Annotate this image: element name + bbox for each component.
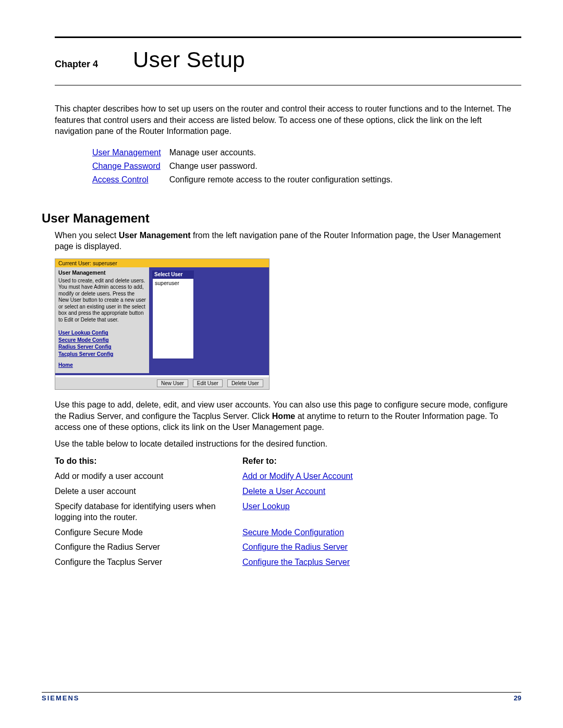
ref-link-radius[interactable]: Configure the Radius Server <box>242 542 348 551</box>
edit-user-button[interactable]: Edit User <box>193 379 223 387</box>
link-user-management[interactable]: User Management <box>92 148 161 157</box>
table-row: Configure the Radius Server Configure th… <box>55 540 521 555</box>
ui-right-panel: Select User superuser <box>149 267 269 373</box>
ref-link-delete[interactable]: Delete a User Account <box>242 487 325 496</box>
ref-link-add-modify[interactable]: Add or Modify A User Account <box>242 472 353 480</box>
delete-user-button[interactable]: Delete User <box>227 379 263 387</box>
ref-link-tacplus[interactable]: Configure the Tacplus Server <box>242 558 350 566</box>
table-row: Change Password Change user password. <box>92 160 400 172</box>
todo-cell: Configure the Tacplus Server <box>55 555 242 570</box>
panel-help-text: Used to create, edit and delete users. Y… <box>58 278 146 324</box>
after-ui-paragraph-1: Use this page to add, delete, edit, and … <box>55 399 521 433</box>
bold-term: User Management <box>119 231 191 240</box>
table-row: Configure the Tacplus Server Configure t… <box>55 555 521 570</box>
todo-cell: Delete a user account <box>55 484 242 499</box>
bold-term: Home <box>272 412 295 421</box>
list-item[interactable]: superuser <box>155 280 191 286</box>
table-row: Add or modify a user account Add or Modi… <box>55 469 521 484</box>
current-user-bar: Current User: superuser <box>55 259 269 267</box>
table-row: Delete a user account Delete a User Acco… <box>55 484 521 499</box>
link-secure-mode-config[interactable]: Secure Mode Config <box>58 337 146 344</box>
todo-cell: Specify database for identifying users w… <box>55 499 242 525</box>
new-user-button[interactable]: New User <box>157 379 188 387</box>
intro-paragraph: This chapter describes how to set up use… <box>55 103 521 137</box>
chapter-rule <box>55 85 521 85</box>
page-footer: SIEMENS 29 <box>42 692 521 702</box>
todo-cell: Add or modify a user account <box>55 469 242 484</box>
link-home[interactable]: Home <box>58 362 146 369</box>
link-access-control[interactable]: Access Control <box>92 175 149 184</box>
todo-cell: Configure the Radius Server <box>55 540 242 555</box>
ui-left-panel: User Management Used to create, edit and… <box>55 267 149 373</box>
chapter-title: User Setup <box>133 47 245 72</box>
feature-link-table: User Management Manage user accounts. Ch… <box>91 145 401 187</box>
ui-main: User Management Used to create, edit and… <box>55 267 269 375</box>
after-ui-paragraph-2: Use the table below to locate detailed i… <box>55 438 521 450</box>
text: When you select <box>55 231 119 240</box>
ref-link-secure-mode[interactable]: Secure Mode Configuration <box>242 528 344 537</box>
feature-desc: Change user password. <box>169 160 400 172</box>
document-page: Chapter 4 User Setup This chapter descri… <box>0 0 563 728</box>
select-user-header: Select User <box>152 270 194 278</box>
footer-brand: SIEMENS <box>42 694 80 702</box>
feature-desc: Manage user accounts. <box>169 146 400 159</box>
table-row: Specify database for identifying users w… <box>55 499 521 525</box>
table-row: User Management Manage user accounts. <box>92 146 400 159</box>
link-radius-server-config[interactable]: Radius Server Config <box>58 343 146 351</box>
table-row: Configure Secure Mode Secure Mode Config… <box>55 525 521 540</box>
footer-page-number: 29 <box>514 694 521 702</box>
select-user-listbox[interactable]: superuser <box>152 278 194 359</box>
table-header-row: To do this: Refer to: <box>55 454 521 469</box>
ref-link-user-lookup[interactable]: User Lookup <box>242 502 290 511</box>
ui-button-row: New User Edit User Delete User <box>55 377 269 389</box>
link-change-password[interactable]: Change Password <box>92 162 161 170</box>
link-user-lookup-config[interactable]: User Lookup Config <box>58 329 146 337</box>
panel-title: User Management <box>58 269 146 276</box>
col-refer: Refer to: <box>242 454 521 469</box>
todo-cell: Configure Secure Mode <box>55 525 242 540</box>
section-intro: When you select User Management from the… <box>55 230 521 252</box>
reference-table: To do this: Refer to: Add or modify a us… <box>55 454 521 570</box>
feature-desc: Configure remote access to the router co… <box>169 174 400 186</box>
section-heading: User Management <box>42 211 521 226</box>
chapter-label: Chapter 4 <box>55 59 128 70</box>
chapter-header: Chapter 4 User Setup <box>55 38 521 85</box>
link-tacplus-server-config[interactable]: Tacplus Server Config <box>58 351 146 358</box>
table-row: Access Control Configure remote access t… <box>92 174 400 186</box>
col-todo: To do this: <box>55 454 242 469</box>
embedded-ui-screenshot: Current User: superuser User Management … <box>55 258 270 390</box>
